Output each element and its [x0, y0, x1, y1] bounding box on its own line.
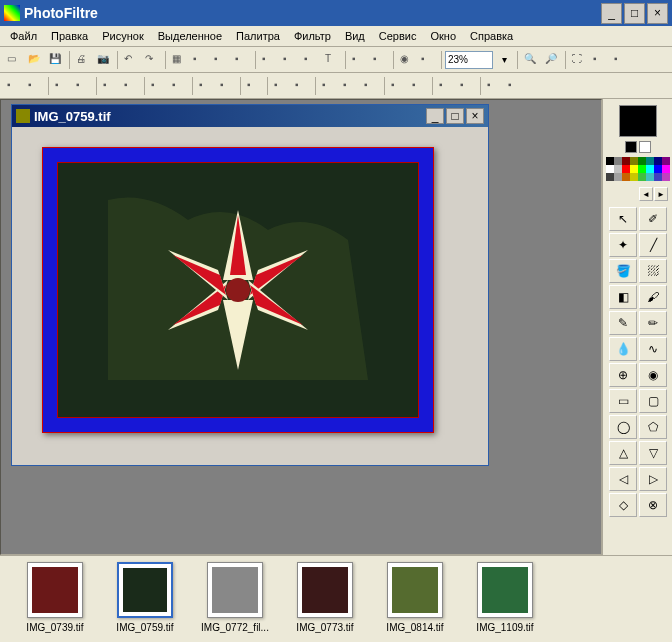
menu-item-3[interactable]: Выделенное: [152, 28, 228, 44]
thumb-item-3[interactable]: IMG_0773.tif: [290, 562, 360, 642]
swatch-13[interactable]: [646, 165, 654, 173]
palette2-button[interactable]: ▪: [211, 50, 231, 70]
i-icon-button[interactable]: ▪: [280, 50, 300, 70]
palette-prev-button[interactable]: ◄: [639, 187, 653, 201]
tool-eyedropper[interactable]: ✐: [639, 207, 667, 231]
maximize-button[interactable]: □: [624, 3, 645, 24]
save-button[interactable]: 💾: [46, 50, 66, 70]
tool-bucket[interactable]: 🪣: [609, 259, 637, 283]
menu-item-6[interactable]: Вид: [339, 28, 371, 44]
menu-item-8[interactable]: Окно: [424, 28, 462, 44]
tool-marker[interactable]: ✏: [639, 311, 667, 335]
contrast+-button[interactable]: ▪: [121, 76, 141, 96]
thumb-image[interactable]: [27, 562, 83, 618]
thumb-image[interactable]: [387, 562, 443, 618]
layers-button[interactable]: ▪: [232, 50, 252, 70]
swatch-18[interactable]: [622, 173, 630, 181]
tool-pointer[interactable]: ↖: [609, 207, 637, 231]
menu-item-5[interactable]: Фильтр: [288, 28, 337, 44]
auto1-button[interactable]: ▪: [4, 76, 24, 96]
tool-pencil[interactable]: ✎: [609, 311, 637, 335]
zoomin-button[interactable]: 🔍: [521, 50, 541, 70]
swatch-6[interactable]: [654, 157, 662, 165]
tool-tri-down[interactable]: ▽: [639, 441, 667, 465]
tool-tri-left[interactable]: ◁: [609, 467, 637, 491]
grid-button[interactable]: ▦: [169, 50, 189, 70]
swatch-21[interactable]: [646, 173, 654, 181]
tool-ellipse[interactable]: ◯: [609, 415, 637, 439]
color-white[interactable]: [639, 141, 651, 153]
bright--button[interactable]: ▪: [52, 76, 72, 96]
tool-wand[interactable]: ✦: [609, 233, 637, 257]
thumb-image[interactable]: [297, 562, 353, 618]
tool-line[interactable]: ╱: [639, 233, 667, 257]
swatch-17[interactable]: [614, 173, 622, 181]
tool-eraser[interactable]: ◧: [609, 285, 637, 309]
tool-tri-right[interactable]: ▷: [639, 467, 667, 491]
auto2-button[interactable]: ▪: [25, 76, 45, 96]
grad2-button[interactable]: ▪: [457, 76, 477, 96]
doc-maximize-button[interactable]: □: [446, 108, 464, 124]
swatch-14[interactable]: [654, 165, 662, 173]
swatch-10[interactable]: [622, 165, 630, 173]
adj3-button[interactable]: ▪: [361, 76, 381, 96]
photo-button[interactable]: ▪: [484, 76, 504, 96]
tool-rect[interactable]: ▭: [609, 389, 637, 413]
sat--button[interactable]: ▪: [196, 76, 216, 96]
gamma+-button[interactable]: ▪: [169, 76, 189, 96]
swatch-11[interactable]: [630, 165, 638, 173]
full-button[interactable]: ⛶: [569, 50, 589, 70]
swatch-1[interactable]: [614, 157, 622, 165]
swatch-3[interactable]: [630, 157, 638, 165]
zoom-input[interactable]: [445, 51, 493, 69]
swatch-22[interactable]: [654, 173, 662, 181]
swatch-4[interactable]: [638, 157, 646, 165]
new-button[interactable]: ▭: [4, 50, 24, 70]
tool-roundrect[interactable]: ▢: [639, 389, 667, 413]
foreground-color[interactable]: [619, 105, 657, 137]
a-icon-button[interactable]: ▪: [259, 50, 279, 70]
blur-button[interactable]: ▪: [292, 76, 312, 96]
select-button[interactable]: ▪: [301, 50, 321, 70]
palette-next-button[interactable]: ►: [654, 187, 668, 201]
fit-button[interactable]: ▪: [611, 50, 631, 70]
adj2-button[interactable]: ▪: [340, 76, 360, 96]
color2-button[interactable]: ▪: [418, 50, 438, 70]
sharpen-button[interactable]: ▪: [271, 76, 291, 96]
zoom-dropdown[interactable]: ▾: [494, 50, 514, 70]
swatch-5[interactable]: [646, 157, 654, 165]
thumb-item-2[interactable]: IMG_0772_fil...: [200, 562, 270, 642]
hue-button[interactable]: ▪: [244, 76, 264, 96]
tool-stamp[interactable]: ◉: [639, 363, 667, 387]
open-button[interactable]: 📂: [25, 50, 45, 70]
tool-drop[interactable]: 💧: [609, 337, 637, 361]
sat+-button[interactable]: ▪: [217, 76, 237, 96]
image-canvas[interactable]: [57, 162, 419, 418]
document-window[interactable]: IMG_0759.tif _ □ ×: [11, 104, 489, 466]
close-button[interactable]: ×: [647, 3, 668, 24]
tool-lasso[interactable]: ⊗: [639, 493, 667, 517]
zoomout-button[interactable]: 🔎: [542, 50, 562, 70]
doc-close-button[interactable]: ×: [466, 108, 484, 124]
menu-item-9[interactable]: Справка: [464, 28, 519, 44]
menu-item-2[interactable]: Рисунок: [96, 28, 150, 44]
thumb-image[interactable]: [207, 562, 263, 618]
swatch-8[interactable]: [606, 165, 614, 173]
swatch-23[interactable]: [662, 173, 670, 181]
adjust-button[interactable]: ▪: [349, 50, 369, 70]
swap-button[interactable]: ▪: [370, 50, 390, 70]
thumb-item-5[interactable]: IMG_1109.tif: [470, 562, 540, 642]
swatch-7[interactable]: [662, 157, 670, 165]
grad1-button[interactable]: ▪: [436, 76, 456, 96]
text-button[interactable]: T: [322, 50, 342, 70]
tool-spray[interactable]: ⛆: [639, 259, 667, 283]
redo-button[interactable]: ↷: [142, 50, 162, 70]
swatch-0[interactable]: [606, 157, 614, 165]
tool-tri-up[interactable]: △: [609, 441, 637, 465]
swatch-19[interactable]: [630, 173, 638, 181]
swatch-16[interactable]: [606, 173, 614, 181]
menu-item-1[interactable]: Правка: [45, 28, 94, 44]
thumb-image[interactable]: [117, 562, 173, 618]
var2-button[interactable]: ▪: [409, 76, 429, 96]
undo-button[interactable]: ↶: [121, 50, 141, 70]
